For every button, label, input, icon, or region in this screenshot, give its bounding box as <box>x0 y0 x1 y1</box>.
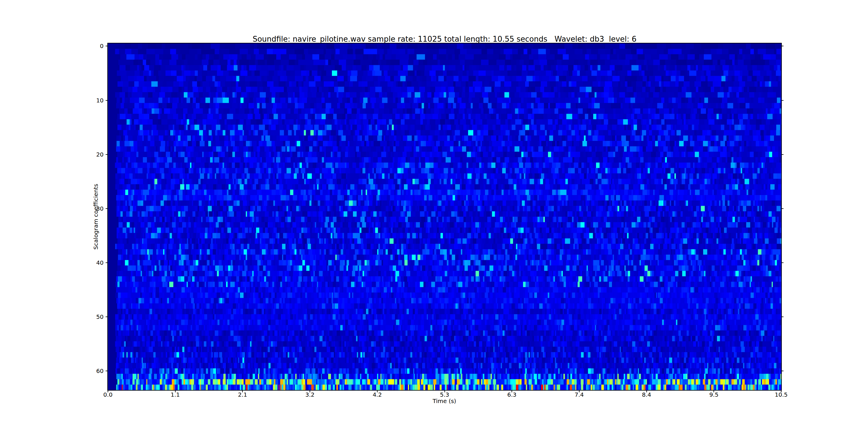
y-tick-mark-right <box>782 208 783 209</box>
y-tick-mark <box>105 208 107 209</box>
x-tick-label: 7.4 <box>562 392 597 398</box>
y-tick-mark <box>105 154 107 155</box>
scalogram-figure: Soundfile: navire_pilotine.wav sample ra… <box>0 0 868 434</box>
x-tick-label: 0.0 <box>91 392 125 398</box>
y-tick-mark-right <box>782 371 783 371</box>
x-tick-label: 10.5 <box>764 392 799 398</box>
scalogram-heatmap-canvas <box>108 43 781 390</box>
plot-area <box>108 43 781 390</box>
x-tick-label: 6.3 <box>494 392 529 398</box>
x-tick-label: 1.1 <box>158 392 193 398</box>
y-tick-label: 10 <box>81 97 103 103</box>
y-axis-label: Scalogram coefficients <box>92 184 99 249</box>
y-tick-mark <box>105 316 107 317</box>
y-tick-mark-right <box>782 100 783 101</box>
y-tick-mark-right <box>782 262 783 263</box>
y-tick-mark <box>105 46 107 46</box>
y-tick-label: 50 <box>81 314 103 320</box>
x-axis-label: Time (s) <box>427 398 462 404</box>
y-tick-mark <box>105 262 107 263</box>
chart-title: Soundfile: navire_pilotine.wav sample ra… <box>0 35 868 43</box>
y-tick-mark-right <box>782 316 783 317</box>
x-tick-label: 5.3 <box>427 392 462 398</box>
x-tick-label: 2.1 <box>225 392 260 398</box>
x-tick-label: 8.4 <box>629 392 664 398</box>
y-tick-mark-right <box>782 154 783 155</box>
y-tick-label: 20 <box>81 151 103 158</box>
y-tick-mark <box>105 100 107 101</box>
y-tick-label: 0 <box>81 43 103 49</box>
y-tick-label: 60 <box>81 368 103 374</box>
x-tick-label: 3.2 <box>292 392 327 398</box>
x-tick-label: 9.5 <box>696 392 731 398</box>
y-tick-mark-right <box>782 46 783 46</box>
y-tick-mark <box>105 371 107 371</box>
x-tick-label: 4.2 <box>360 392 395 398</box>
y-tick-label: 30 <box>81 206 103 212</box>
y-tick-label: 40 <box>81 259 103 266</box>
